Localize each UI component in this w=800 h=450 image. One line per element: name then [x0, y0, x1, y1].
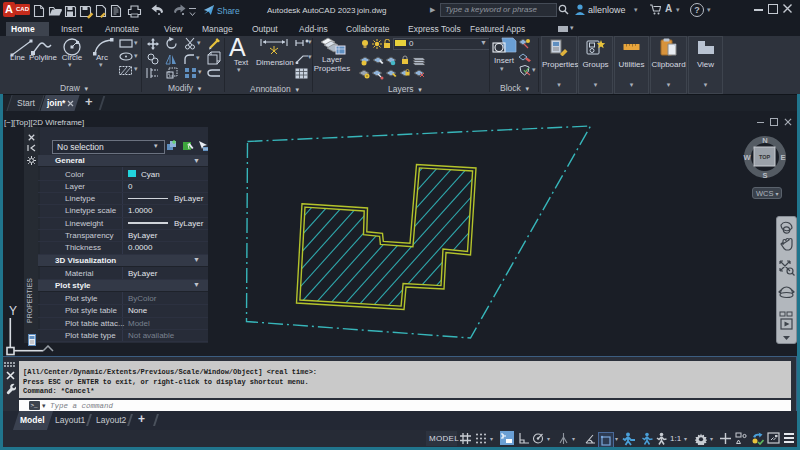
svg-text:W: W [743, 153, 751, 162]
svg-text:S: S [762, 171, 767, 180]
svg-text:N: N [762, 136, 767, 145]
svg-text:TOP: TOP [759, 154, 771, 160]
svg-text:E: E [780, 153, 785, 162]
svg-text:Y: Y [9, 304, 17, 318]
